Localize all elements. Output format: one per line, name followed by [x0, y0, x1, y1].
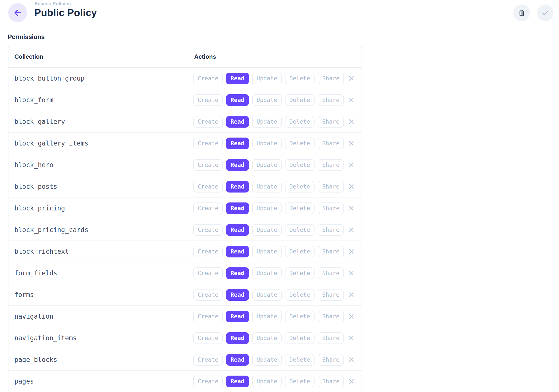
action-button-delete[interactable]: Delete [285, 376, 315, 387]
remove-permission-button[interactable] [347, 269, 356, 277]
remove-permission-button[interactable] [347, 291, 356, 299]
action-button-update[interactable]: Update [252, 376, 282, 387]
action-button-create[interactable]: Create [193, 354, 223, 366]
action-button-share[interactable]: Share [318, 181, 344, 193]
action-button-read[interactable]: Read [226, 181, 249, 193]
remove-permission-button[interactable] [347, 96, 356, 104]
action-button-read[interactable]: Read [226, 267, 249, 279]
action-button-share[interactable]: Share [318, 376, 344, 387]
remove-permission-button[interactable] [347, 355, 356, 364]
action-button-delete[interactable]: Delete [285, 289, 315, 301]
remove-permission-button[interactable] [347, 161, 356, 169]
action-button-share[interactable]: Share [318, 116, 344, 128]
action-button-delete[interactable]: Delete [285, 246, 315, 257]
action-button-update[interactable]: Update [252, 159, 282, 171]
action-button-delete[interactable]: Delete [285, 267, 315, 279]
action-button-share[interactable]: Share [318, 246, 344, 257]
action-button-share[interactable]: Share [318, 354, 344, 366]
save-button[interactable] [537, 4, 554, 21]
action-button-delete[interactable]: Delete [285, 181, 315, 193]
action-button-read[interactable]: Read [226, 354, 249, 366]
remove-permission-button[interactable] [347, 204, 356, 212]
action-button-create[interactable]: Create [193, 267, 223, 279]
action-button-create[interactable]: Create [193, 332, 223, 344]
action-button-create[interactable]: Create [193, 73, 223, 84]
action-button-create[interactable]: Create [193, 116, 223, 128]
action-button-delete[interactable]: Delete [285, 354, 315, 366]
action-button-update[interactable]: Update [252, 94, 282, 106]
action-button-update[interactable]: Update [252, 181, 282, 193]
remove-permission-button[interactable] [347, 247, 356, 256]
action-button-create[interactable]: Create [193, 181, 223, 193]
delete-policy-button[interactable] [513, 4, 530, 21]
actions-cell: CreateReadUpdateDeleteShare [193, 159, 362, 171]
remove-permission-button[interactable] [347, 139, 356, 147]
breadcrumb[interactable]: Access Policies [34, 1, 97, 6]
collection-name: block_button_group [8, 75, 193, 82]
action-button-share[interactable]: Share [318, 159, 344, 171]
actions-cell: CreateReadUpdateDeleteShare [193, 332, 362, 344]
remove-permission-button[interactable] [347, 74, 356, 83]
action-button-read[interactable]: Read [226, 73, 249, 84]
action-button-create[interactable]: Create [193, 289, 223, 301]
action-button-read[interactable]: Read [226, 116, 249, 128]
action-button-read[interactable]: Read [226, 246, 249, 257]
action-button-create[interactable]: Create [193, 376, 223, 387]
remove-permission-button[interactable] [347, 226, 356, 234]
action-button-delete[interactable]: Delete [285, 116, 315, 128]
action-button-update[interactable]: Update [252, 332, 282, 344]
action-button-share[interactable]: Share [318, 73, 344, 84]
action-button-read[interactable]: Read [226, 224, 249, 236]
action-button-share[interactable]: Share [318, 267, 344, 279]
action-button-share[interactable]: Share [318, 224, 344, 236]
remove-permission-button[interactable] [347, 334, 356, 342]
action-button-create[interactable]: Create [193, 159, 223, 171]
action-button-read[interactable]: Read [226, 289, 249, 301]
action-button-read[interactable]: Read [226, 138, 249, 149]
remove-permission-button[interactable] [347, 117, 356, 126]
action-button-delete[interactable]: Delete [285, 159, 315, 171]
action-button-read[interactable]: Read [226, 376, 249, 387]
action-button-share[interactable]: Share [318, 332, 344, 344]
action-button-update[interactable]: Update [252, 138, 282, 149]
action-button-update[interactable]: Update [252, 289, 282, 301]
action-button-create[interactable]: Create [193, 202, 223, 214]
action-button-create[interactable]: Create [193, 138, 223, 149]
action-button-delete[interactable]: Delete [285, 94, 315, 106]
action-button-share[interactable]: Share [318, 311, 344, 322]
action-button-update[interactable]: Update [252, 311, 282, 322]
action-button-create[interactable]: Create [193, 246, 223, 257]
action-button-read[interactable]: Read [226, 311, 249, 322]
action-button-update[interactable]: Update [252, 116, 282, 128]
action-button-read[interactable]: Read [226, 94, 249, 106]
close-icon [348, 313, 355, 320]
remove-permission-button[interactable] [347, 312, 356, 321]
action-button-share[interactable]: Share [318, 289, 344, 301]
action-button-share[interactable]: Share [318, 202, 344, 214]
action-button-read[interactable]: Read [226, 332, 249, 344]
action-button-delete[interactable]: Delete [285, 332, 315, 344]
action-button-update[interactable]: Update [252, 246, 282, 257]
action-button-delete[interactable]: Delete [285, 73, 315, 84]
remove-permission-button[interactable] [347, 377, 356, 386]
action-button-delete[interactable]: Delete [285, 202, 315, 214]
action-button-read[interactable]: Read [226, 159, 249, 171]
action-button-update[interactable]: Update [252, 267, 282, 279]
action-button-delete[interactable]: Delete [285, 224, 315, 236]
action-button-update[interactable]: Update [252, 202, 282, 214]
action-button-share[interactable]: Share [318, 94, 344, 106]
back-button[interactable] [8, 3, 27, 22]
remove-permission-button[interactable] [347, 182, 356, 191]
action-button-create[interactable]: Create [193, 224, 223, 236]
action-button-create[interactable]: Create [193, 94, 223, 106]
action-button-read[interactable]: Read [226, 202, 249, 214]
action-button-create[interactable]: Create [193, 311, 223, 322]
action-button-delete[interactable]: Delete [285, 138, 315, 149]
collection-name: navigation [8, 313, 193, 320]
action-button-update[interactable]: Update [252, 354, 282, 366]
action-button-update[interactable]: Update [252, 73, 282, 84]
action-button-update[interactable]: Update [252, 224, 282, 236]
action-button-share[interactable]: Share [318, 138, 344, 149]
action-button-delete[interactable]: Delete [285, 311, 315, 322]
page-title: Public Policy [34, 7, 97, 18]
